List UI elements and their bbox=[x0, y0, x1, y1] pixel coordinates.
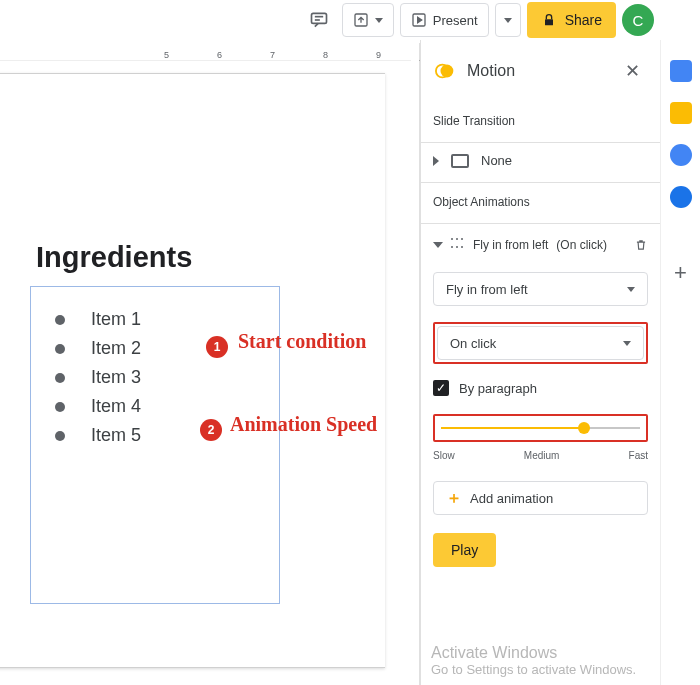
animation-row[interactable]: Fly in from left (On click) bbox=[433, 224, 648, 266]
chevron-down-icon bbox=[433, 242, 443, 248]
ruler-tick: 6 bbox=[217, 50, 222, 60]
present-label: Present bbox=[433, 13, 478, 28]
ruler-tick: 7 bbox=[270, 50, 275, 60]
side-rail: + bbox=[660, 40, 700, 685]
ruler: 5 6 7 8 9 bbox=[0, 43, 411, 61]
speed-slider-labels: Slow Medium Fast bbox=[433, 450, 648, 461]
list-item-text: Item 4 bbox=[91, 396, 141, 417]
bullet-icon bbox=[55, 431, 65, 441]
speed-label-fast: Fast bbox=[629, 450, 648, 461]
drag-handle-icon[interactable] bbox=[451, 238, 465, 252]
slide-transition-label: Slide Transition bbox=[433, 102, 648, 142]
slide-canvas: 5 6 7 8 9 Ingredients Item 1 Item 2 Item… bbox=[0, 43, 420, 685]
ruler-tick: 9 bbox=[376, 50, 381, 60]
add-animation-label: Add animation bbox=[470, 491, 553, 506]
ruler-tick: 8 bbox=[323, 50, 328, 60]
annotation-badge-1: 1 bbox=[206, 336, 228, 358]
motion-icon bbox=[435, 60, 457, 82]
caret-down-icon bbox=[375, 18, 383, 23]
speed-label-slow: Slow bbox=[433, 450, 455, 461]
start-condition-dropdown[interactable]: On click bbox=[437, 326, 644, 360]
by-paragraph-checkbox[interactable]: ✓ bbox=[433, 380, 449, 396]
add-animation-button[interactable]: ＋ Add animation bbox=[433, 481, 648, 515]
top-toolbar: Present Share C bbox=[302, 0, 660, 40]
caret-down-icon bbox=[623, 341, 631, 346]
keep-icon[interactable] bbox=[670, 102, 692, 124]
contacts-icon[interactable] bbox=[670, 186, 692, 208]
by-paragraph-row[interactable]: ✓ By paragraph bbox=[433, 364, 648, 396]
list-item-text: Item 1 bbox=[91, 309, 141, 330]
animation-name: Fly in from left bbox=[473, 238, 548, 252]
list-item[interactable]: Item 3 bbox=[31, 363, 279, 392]
play-box-icon bbox=[411, 12, 427, 28]
object-animations-label: Object Animations bbox=[433, 183, 648, 223]
calendar-icon[interactable] bbox=[670, 60, 692, 82]
play-label: Play bbox=[451, 542, 478, 558]
svg-rect-0 bbox=[311, 13, 326, 23]
motion-panel: Motion ✕ Slide Transition None Object An… bbox=[420, 40, 660, 685]
annotation-label-2: Animation Speed bbox=[230, 413, 377, 436]
svg-rect-5 bbox=[545, 19, 553, 25]
effect-dropdown-value: Fly in from left bbox=[446, 282, 528, 297]
present-button[interactable]: Present bbox=[400, 3, 489, 37]
tasks-icon[interactable] bbox=[670, 144, 692, 166]
lock-icon bbox=[541, 12, 557, 28]
by-paragraph-label: By paragraph bbox=[459, 381, 537, 396]
close-panel-button[interactable]: ✕ bbox=[621, 56, 644, 86]
plus-icon: ＋ bbox=[446, 488, 462, 509]
list-item-text: Item 2 bbox=[91, 338, 141, 359]
annotation-badge-2: 2 bbox=[200, 419, 222, 441]
annotation-label-1: Start condition bbox=[238, 330, 366, 353]
transition-row[interactable]: None bbox=[433, 143, 648, 182]
comment-icon bbox=[309, 10, 329, 30]
speed-label-medium: Medium bbox=[524, 450, 560, 461]
account-avatar[interactable]: C bbox=[622, 4, 654, 36]
play-button[interactable]: Play bbox=[433, 533, 496, 567]
start-condition-callout: On click bbox=[433, 322, 648, 364]
speed-slider[interactable] bbox=[441, 420, 640, 436]
list-item-text: Item 3 bbox=[91, 367, 141, 388]
upload-dropdown[interactable] bbox=[342, 3, 394, 37]
slide-title[interactable]: Ingredients bbox=[36, 241, 192, 274]
windows-watermark: Activate Windows Go to Settings to activ… bbox=[431, 644, 636, 677]
animation-speed-callout bbox=[433, 414, 648, 442]
effect-dropdown[interactable]: Fly in from left bbox=[433, 272, 648, 306]
bullet-icon bbox=[55, 315, 65, 325]
comments-button[interactable] bbox=[302, 3, 336, 37]
animation-mode: (On click) bbox=[556, 238, 626, 252]
motion-panel-header: Motion ✕ bbox=[433, 40, 648, 102]
watermark-sub: Go to Settings to activate Windows. bbox=[431, 662, 636, 677]
slide[interactable]: Ingredients Item 1 Item 2 Item 3 Item 4 … bbox=[0, 73, 385, 668]
bullet-icon bbox=[55, 402, 65, 412]
add-addon-button[interactable]: + bbox=[674, 260, 687, 286]
caret-down-icon bbox=[627, 287, 635, 292]
slide-icon bbox=[451, 154, 469, 168]
bullet-icon bbox=[55, 344, 65, 354]
list-item-text: Item 5 bbox=[91, 425, 141, 446]
delete-icon[interactable] bbox=[634, 238, 648, 252]
bullet-icon bbox=[55, 373, 65, 383]
share-button[interactable]: Share bbox=[527, 2, 616, 38]
transition-value: None bbox=[481, 153, 512, 168]
upload-icon bbox=[353, 12, 369, 28]
share-label: Share bbox=[565, 12, 602, 28]
present-dropdown[interactable] bbox=[495, 3, 521, 37]
caret-down-icon bbox=[504, 18, 512, 23]
start-condition-value: On click bbox=[450, 336, 496, 351]
motion-panel-title: Motion bbox=[467, 62, 611, 80]
ruler-tick: 5 bbox=[164, 50, 169, 60]
chevron-right-icon bbox=[433, 156, 439, 166]
watermark-title: Activate Windows bbox=[431, 644, 636, 662]
avatar-initial: C bbox=[633, 12, 644, 29]
